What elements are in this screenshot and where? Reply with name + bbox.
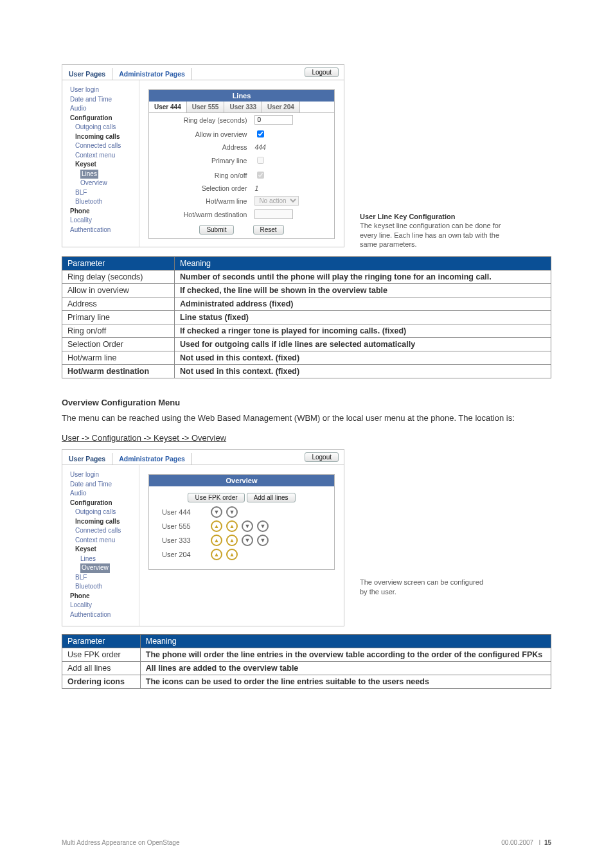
down-icon[interactable]: ▼ [242, 520, 253, 532]
line-tab-204[interactable]: User 204 [262, 102, 300, 112]
side-nav: User login Date and Time Audio Configura… [62, 80, 139, 247]
bottom-icon[interactable]: ▼ [257, 520, 269, 532]
th-meaning-2: Meaning [140, 635, 551, 648]
ov-row-555: User 555 [162, 522, 207, 530]
logout-button-2[interactable]: Logout [305, 452, 339, 462]
overview-body: The menu can be reached using the Web Ba… [62, 412, 551, 424]
th-param: Parameter [62, 257, 175, 270]
top-icon[interactable]: ▲ [211, 549, 222, 560]
tab-user-pages[interactable]: User Pages [62, 68, 112, 80]
lines-panel: Lines User 444 User 555 User 333 User 20… [148, 89, 335, 239]
tab-admin-pages-2[interactable]: Administrator Pages [112, 453, 192, 465]
address-value: 444 [254, 143, 266, 151]
lbl-allow: Allow in overview [149, 127, 251, 141]
ringonoff-checkbox [257, 172, 264, 179]
parameter-table-1: Parameter Meaning Ring delay (seconds)Nu… [62, 256, 551, 378]
selorder-value: 1 [254, 184, 258, 192]
nav-blf[interactable]: BLF [70, 188, 135, 198]
up-icon[interactable]: ▲ [226, 549, 238, 560]
footer-left: Multi Address Appearance on OpenStage [62, 839, 179, 846]
tab-user-pages-2[interactable]: User Pages [62, 453, 112, 465]
allow-checkbox[interactable] [257, 130, 264, 137]
nav-outgoing[interactable]: Outgoing calls [70, 123, 135, 132]
line-tab-333[interactable]: User 333 [224, 102, 262, 112]
up-icon[interactable]: ▲ [226, 520, 238, 532]
caption-1: User Line Key Configuration The keyset l… [360, 64, 501, 249]
bottom-icon[interactable]: ▼ [257, 535, 269, 546]
nav-locality[interactable]: Locality [70, 216, 135, 226]
lbl-hotwarmdest: Hot/warm destination [149, 208, 251, 221]
add-all-button[interactable]: Add all lines [247, 493, 296, 502]
line-tab-444[interactable]: User 444 [149, 102, 187, 112]
lbl-ring-delay: Ring delay (seconds) [149, 113, 251, 127]
nav-overview[interactable]: Overview [70, 179, 135, 188]
submit-button[interactable]: Submit [199, 225, 233, 235]
nav-audio[interactable]: Audio [70, 104, 135, 114]
caption-2: The overview screen can be configured by… [360, 449, 488, 597]
lines-panel-title: Lines [149, 90, 334, 102]
ov-row-204: User 204 [162, 551, 207, 558]
tab-admin-pages[interactable]: Administrator Pages [112, 68, 192, 80]
nav-phone[interactable]: Phone [70, 207, 135, 217]
nav-connected[interactable]: Connected calls [70, 141, 135, 151]
th-meaning: Meaning [175, 257, 551, 270]
line-tab-555[interactable]: User 555 [187, 102, 225, 112]
lbl-address: Address [149, 141, 251, 153]
nav-bluetooth[interactable]: Bluetooth [70, 197, 135, 207]
nav-datetime[interactable]: Date and Time [70, 95, 135, 105]
nav-overview-sel[interactable]: Overview [80, 563, 110, 573]
side-nav-2: User login Date and Time Audio Configura… [62, 465, 139, 626]
nav-incoming[interactable]: Incoming calls [70, 132, 135, 142]
page-number: 15 [544, 839, 551, 846]
primary-checkbox [257, 157, 264, 164]
ov-row-444: User 444 [162, 508, 207, 516]
lbl-selorder: Selection order [149, 182, 251, 194]
ov-row-333: User 333 [162, 536, 207, 544]
lines-screenshot: User Pages Administrator Pages Logout Us… [62, 64, 344, 247]
nav-context[interactable]: Context menu [70, 151, 135, 161]
hotwarm-select: No action [254, 196, 299, 206]
top-icon[interactable]: ▲ [211, 520, 222, 532]
use-fpk-button[interactable]: Use FPK order [188, 493, 244, 502]
lbl-ringonoff: Ring on/off [149, 168, 251, 182]
nav-lines[interactable]: Lines [80, 170, 98, 179]
overview-screenshot: User Pages Administrator Pages Logout Us… [62, 449, 344, 626]
parameter-table-2: Parameter Meaning Use FPK orderThe phone… [62, 634, 551, 689]
lbl-hotwarm: Hot/warm line [149, 194, 251, 208]
overview-path: User -> Configuration -> Keyset -> Overv… [62, 433, 551, 443]
nav-auth[interactable]: Authentication [70, 226, 135, 235]
up-icon[interactable]: ▲ [226, 535, 238, 546]
overview-panel: Overview Use FPK order Add all lines Use… [148, 474, 335, 570]
nav-config[interactable]: Configuration [70, 114, 135, 123]
down-icon[interactable]: ▼ [211, 506, 222, 518]
lbl-primary: Primary line [149, 153, 251, 168]
overview-panel-title: Overview [149, 475, 334, 486]
down-icon[interactable]: ▼ [242, 535, 253, 546]
reset-button[interactable]: Reset [253, 225, 284, 235]
th-param-2: Parameter [62, 635, 141, 648]
nav-keyset[interactable]: Keyset [70, 160, 135, 170]
overview-heading: Overview Configuration Menu [62, 398, 551, 407]
nav-userlogin[interactable]: User login [70, 85, 135, 95]
bottom-icon[interactable]: ▼ [226, 506, 238, 518]
page-footer: Multi Address Appearance on OpenStage 00… [62, 839, 551, 846]
ring-delay-input[interactable] [254, 115, 293, 125]
hotwarmdest-input [254, 209, 293, 219]
top-icon[interactable]: ▲ [211, 535, 222, 546]
logout-button[interactable]: Logout [305, 67, 339, 77]
